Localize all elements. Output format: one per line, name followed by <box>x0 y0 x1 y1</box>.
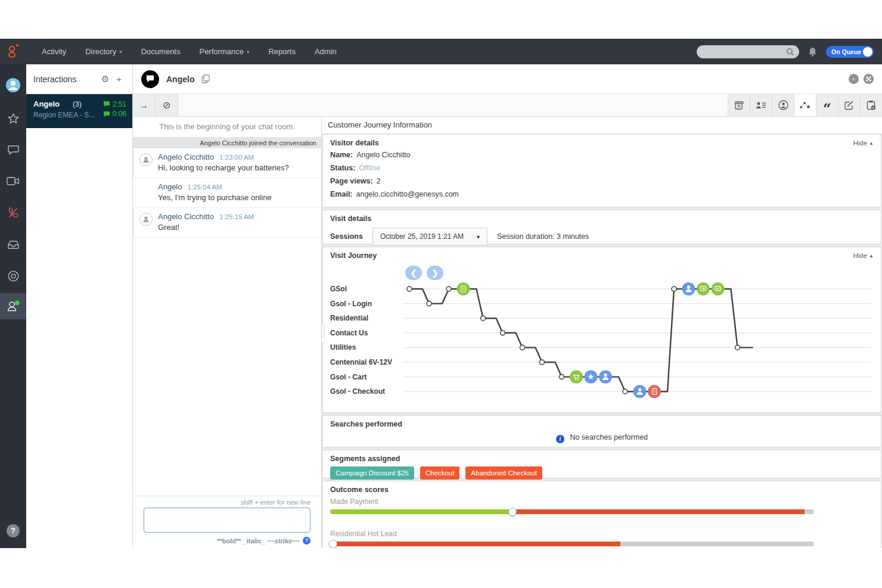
nav-item-performance[interactable]: Performance▾ <box>193 39 255 64</box>
global-search-input[interactable] <box>697 45 799 58</box>
outcome-slider-knob[interactable] <box>508 508 517 516</box>
panel-resize-handle[interactable] <box>322 325 325 343</box>
end-chat-button[interactable]: ⊘ <box>156 94 178 116</box>
chat-header: Angelo ‹ <box>133 64 882 94</box>
visit-details-card: Visit details Sessions October 25, 2019 … <box>322 210 881 244</box>
interactions-panel: Interactions ⚙ + Angelo (3) 2:51 Region … <box>26 64 133 548</box>
genesys-logo-icon <box>0 44 27 60</box>
journey-row-label: Utilities <box>330 343 356 351</box>
no-searches-text: No searches performed <box>570 433 648 441</box>
on-queue-label: On Queue <box>831 48 861 55</box>
outcome-slider-knob[interactable] <box>329 540 337 548</box>
journey-row-label: GSol <box>330 285 347 293</box>
message-author: Angelo Cicchitto <box>158 153 214 161</box>
app-window: ActivityDirectory▾DocumentsPerformance▾R… <box>0 39 882 548</box>
visitor-details-card: Visitor details Hide▲ Name:Angelo Cicchi… <box>322 134 881 207</box>
visit-journey-chart <box>323 261 877 403</box>
session-value: October 25, 2019 1:21 AM <box>380 232 464 241</box>
chat-beginning-text: This is the beginning of your chat room. <box>133 117 321 138</box>
outcome-slider-track <box>330 542 814 546</box>
transfer-arrow-icon: → <box>139 100 149 111</box>
searches-card: Searches performed i No searches perform… <box>322 415 881 447</box>
hide-visit-journey-link[interactable]: Hide▲ <box>853 252 874 259</box>
joined-banner: Angelo Cicchitto joined the conversation <box>133 138 321 148</box>
notifications-bell-icon[interactable] <box>808 46 818 57</box>
journey-nav-right-button[interactable]: ❯ <box>427 266 443 280</box>
visitor-field-label: Page views: <box>330 177 373 185</box>
message-text: Great! <box>158 223 254 232</box>
interactions-person-icon[interactable] <box>0 293 26 319</box>
outcome-label: Made Payment <box>330 497 874 506</box>
outcome-score: Residential Hot Lead <box>323 527 881 546</box>
profile-avatar-icon[interactable] <box>0 72 26 98</box>
script-button[interactable] <box>728 94 750 116</box>
interactions-title: Interactions <box>33 74 98 84</box>
message-timestamp: 1:23:00 AM <box>219 154 254 161</box>
nav-item-documents[interactable]: Documents <box>135 39 187 64</box>
transfer-button[interactable]: → <box>133 94 156 116</box>
green-chat-icon <box>103 111 110 117</box>
visit-journey-title: Visit Journey <box>330 251 377 260</box>
visitor-field-label: Email: <box>330 190 353 198</box>
wrapup-button[interactable] <box>860 94 882 116</box>
favorites-star-icon[interactable] <box>0 105 26 132</box>
interactions-settings-gear-icon[interactable]: ⚙ <box>98 74 113 85</box>
segments-card: Segments assigned Campaign Discount $25C… <box>322 450 881 478</box>
green-chat-icon <box>103 101 110 107</box>
interactions-add-button[interactable]: + <box>113 74 125 84</box>
toggle-knob <box>863 47 872 57</box>
outcomes-title: Outcome scores <box>330 486 389 494</box>
hide-visitor-details-link[interactable]: Hide▲ <box>853 139 874 147</box>
chat-avatar <box>141 70 159 88</box>
segment-pill: Campaign Discount $25 <box>330 466 414 480</box>
script-scroll-icon <box>734 101 744 110</box>
formatting-hint: **bold** _italic_ ~~strike~~ <box>217 537 300 545</box>
chat-message: Angelo Cicchitto1:25:15 AMGreat! <box>133 208 321 238</box>
chat-message-input[interactable] <box>144 508 310 533</box>
visit-details-title: Visit details <box>330 214 371 223</box>
message-text: Yes, I'm trying to purchase online <box>158 193 272 202</box>
popout-window-button[interactable] <box>864 74 874 84</box>
chat-input-zone: shift + enter for new line **bold** _ita… <box>133 496 321 548</box>
video-camera-icon[interactable] <box>0 168 26 194</box>
nav-item-admin[interactable]: Admin <box>309 39 343 64</box>
nav-item-activity[interactable]: Activity <box>36 39 72 64</box>
phone-disabled-icon[interactable] <box>0 200 26 226</box>
outcome-label: Residential Hot Lead <box>330 530 874 538</box>
visitor-field-value: Offline <box>359 164 380 172</box>
visitor-field-value: Angelo Cicchitto <box>356 151 410 159</box>
outcome-slider-fill <box>513 509 805 514</box>
help-button[interactable]: ? <box>7 524 20 537</box>
nav-item-directory[interactable]: Directory▾ <box>79 39 128 64</box>
formatting-help-icon[interactable]: ? <box>303 537 310 545</box>
collapse-panel-button[interactable]: ‹ <box>849 74 859 84</box>
copy-icon[interactable] <box>201 74 210 83</box>
session-dropdown[interactable]: October 25, 2019 1:21 AM ▾ <box>372 228 487 245</box>
profile-button[interactable] <box>772 94 794 116</box>
interaction-name: Angelo <box>33 99 60 108</box>
outcome-slider-track <box>330 509 814 514</box>
message-timestamp: 1:25:15 AM <box>219 213 254 220</box>
interaction-list-item-angelo[interactable]: Angelo (3) 2:51 Region EMEA - S... 0:06 <box>26 94 132 128</box>
target-dial-icon[interactable] <box>0 263 26 289</box>
quotes-button[interactable]: “ <box>816 94 838 116</box>
chat-bubble-icon[interactable] <box>0 136 26 163</box>
contact-list-button[interactable] <box>750 94 772 116</box>
chat-column: This is the beginning of your chat room.… <box>133 117 322 548</box>
inbox-tray-icon[interactable] <box>0 231 26 257</box>
nav-item-reports[interactable]: Reports <box>262 39 302 64</box>
journey-row-label: Gsol - Cart <box>330 373 367 381</box>
journey-button[interactable] <box>794 94 816 116</box>
journey-row-label: Contact Us <box>330 329 368 337</box>
journey-nav-left-button[interactable]: ❮ <box>405 266 422 280</box>
top-nav: ActivityDirectory▾DocumentsPerformance▾R… <box>0 39 882 64</box>
visitor-details-title: Visitor details <box>330 139 379 147</box>
interaction-message-count: (3) <box>73 100 103 108</box>
message-author: Angelo Cicchitto <box>158 212 214 221</box>
outcome-scores-card: Outcome scores Made PaymentResidential H… <box>322 481 881 548</box>
notes-button[interactable] <box>838 94 860 116</box>
journey-row-label: Gsol - Login <box>330 300 372 308</box>
contact-list-icon <box>756 101 766 110</box>
outcome-slider-fill <box>330 542 620 546</box>
on-queue-toggle[interactable]: On Queue <box>826 46 874 58</box>
